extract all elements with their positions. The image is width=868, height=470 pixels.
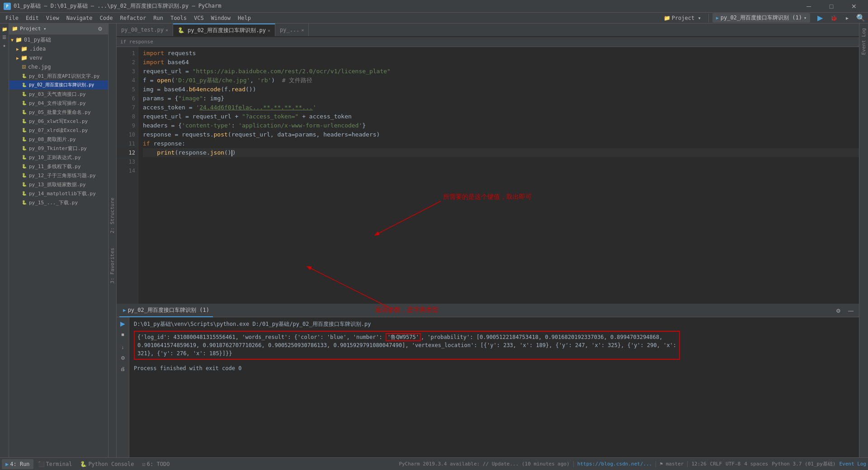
search-everywhere-button[interactable]: 🔍 [855,13,866,24]
minimize-button[interactable]: ─ [798,0,819,13]
close-button[interactable]: ✕ [844,0,864,13]
right-sidebar: Event Log [859,24,868,457]
menu-file[interactable]: File [2,13,22,24]
tree-py09[interactable]: 🐍 py_09_Tkinter窗口.py [9,144,108,153]
project-icon[interactable]: 📁 [1,25,8,33]
bottom-tab-terminal[interactable]: ⬛ Terminal [34,459,76,469]
terminal-icon: ⬛ [38,461,45,467]
structure-icon[interactable]: ☰ [1,33,8,41]
chevron-down-icon: ▾ [43,26,46,31]
run-button[interactable]: ▶ [815,13,826,24]
menu-code[interactable]: Code [96,13,117,24]
bottom-tab-python-console[interactable]: 🐍 Python Console [76,459,137,469]
structure-vtab[interactable]: 2: Structure [108,195,116,236]
debug-button[interactable]: 🐞 [828,13,839,24]
tree-py15[interactable]: 🐍 py_15_..._下载.py [9,198,108,207]
tree-py05[interactable]: 🐍 py_05_批量文件重命名.py [9,108,108,117]
py-file-icon-1: 🐍 [22,74,27,78]
event-log-vtab[interactable]: Event Log [860,25,868,58]
tree-py07[interactable]: 🐍 py_07_xlrd读Excel.py [9,126,108,135]
run-output-line1-prefix: {'log_id': 4310800481315556461, 'words_r… [137,334,386,340]
code-editor[interactable]: 12345 678910 1112 1314 import requests i… [117,47,859,304]
menu-run[interactable]: Run [150,13,167,24]
tree-py10[interactable]: 🐍 py_10_正则表达式.py [9,153,108,162]
tree-py04[interactable]: 🐍 py_04_文件读写操作.py [9,99,108,108]
tree-py08[interactable]: 🐍 py_08_爬取图片.py [9,135,108,144]
menu-help[interactable]: Help [234,13,255,24]
run-settings-btn[interactable]: ⚙ [833,306,844,316]
tree-py02[interactable]: 🐍 py_02_用百度接口车牌识别.py [9,80,108,89]
panel-header-tools: ⚙ [94,24,105,34]
idea-folder-icon: 📁 [21,46,28,52]
py-file-icon-6: 🐍 [22,119,27,123]
menu-view[interactable]: View [42,13,63,24]
bottom-run-label: 4: Run [10,461,29,467]
tree-py14-label: py_14_matplotlib下载.py [29,190,96,197]
toolbar-project-btn[interactable]: 📁 Project ▾ [660,13,705,24]
status-bar-right: PyCharm 2019.3.4 available: // Update...… [399,461,866,467]
run-tab-active[interactable]: ▶ py_02_用百度接口车牌识别 (1) [119,305,213,317]
tree-chejpg[interactable]: 🖼 che.jpg [9,62,108,71]
menu-navigate[interactable]: Navigate [63,13,96,24]
more-run-button[interactable]: ▸ [842,13,853,24]
project-panel: 📁 Project ▾ ⚙ ▼ 📁 01_py基础 ▶ 📁 .idea [9,24,108,457]
tree-py03[interactable]: 🐍 py_03_天气查询接口.py [9,89,108,99]
tab-py00-close[interactable]: ✕ [165,28,168,33]
tab-py-extra[interactable]: py_... ✕ [275,24,309,36]
status-python[interactable]: Python 3.7 (01_py基础) [772,461,835,467]
tree-py03-label: py_03_天气查询接口.py [29,91,86,98]
tab-extra-close[interactable]: ✕ [301,28,304,33]
tree-py00[interactable]: 🐍 py_01_用百度API识别文字.py [9,71,108,80]
tree-idea[interactable]: ▶ 📁 .idea [9,44,108,53]
run-rerun-btn[interactable]: ▶ [118,319,127,328]
status-url[interactable]: https://blog.csdn.net/... [577,461,652,467]
tree-py12[interactable]: 🐍 py_12_子于三角形练习题.py [9,171,108,180]
favorites-vtab[interactable]: 3: Favorites [108,245,116,286]
python-console-icon: 🐍 [80,461,87,467]
menu-window[interactable]: Window [208,13,234,24]
status-event-log[interactable]: Event Log [839,461,866,467]
status-encoding[interactable]: UTF-8 [726,461,741,467]
code-line-7: access_token = '24.44d6f01felac...**.**.… [143,103,859,112]
menu-tools[interactable]: Tools [167,13,190,24]
title-bar-left: P 01_py基础 – D:\01_py基础 – ...\py_02_用百度接口… [4,2,221,10]
tab-extra-label: py_... [280,27,299,33]
run-scroll-btn[interactable]: ↓ [118,343,127,352]
bottom-tab-run[interactable]: ▶ 4: Run [2,459,33,469]
tree-root[interactable]: ▼ 📁 01_py基础 [9,35,108,44]
project-label: Project ▾ [672,15,701,21]
status-update: PyCharm 2019.3.4 available: // Update...… [399,461,570,467]
tree-py11[interactable]: 🐍 py_11_多线程下载.py [9,162,108,171]
code-line-11: if response: [143,139,859,148]
menu-vcs[interactable]: VCS [190,13,208,24]
tree-py08-label: py_08_爬取图片.py [29,136,76,143]
tree-py13[interactable]: 🐍 py_13_抓取链家数据.py [9,180,108,189]
run-config-selector[interactable]: ▶ py_02_用百度接口车牌识别 (1) ▾ [712,13,810,23]
favorites-icon[interactable]: ★ [1,42,8,49]
tree-py14[interactable]: 🐍 py_14_matplotlib下载.py [9,189,108,198]
code-line-6: params = {"image": img} [143,94,859,103]
status-indent[interactable]: 4 spaces [744,461,768,467]
status-crlf[interactable]: CRLF [710,461,722,467]
tree-py06[interactable]: 🐍 py_06_xlwt写Excel.py [9,117,108,126]
bottom-tab-todo[interactable]: ☑ 6: TODO [139,459,174,469]
code-line-1: import requests [143,49,859,58]
code-line-9: headers = {'content-type': 'application/… [143,121,859,130]
run-tab-icon-b: ▶ [5,461,9,467]
run-print-btn[interactable]: 🖨 [118,364,127,373]
maximize-button[interactable]: □ [821,0,842,13]
tree-py05-label: py_05_批量文件重命名.py [29,109,91,116]
tree-root-label: 01_py基础 [24,36,51,44]
panel-settings-icon[interactable]: ⚙ [94,24,105,34]
menu-edit[interactable]: Edit [22,13,42,24]
run-stop-btn[interactable]: ■ [118,330,127,339]
menu-refactor[interactable]: Refactor [116,13,150,24]
code-line-14 [143,166,859,175]
tab-py02[interactable]: 🐍 py_02_用百度接口车牌识别.py ✕ [173,24,275,36]
tab-py00[interactable]: py_00_test.py ✕ [117,24,173,36]
tree-idea-label: .idea [29,46,46,52]
tree-venv[interactable]: ▶ 📁 venv [9,53,108,62]
run-minimize-btn[interactable]: — [845,306,856,316]
run-filter-btn[interactable]: ⚙ [118,353,127,362]
tab-py02-close[interactable]: ✕ [268,28,270,33]
